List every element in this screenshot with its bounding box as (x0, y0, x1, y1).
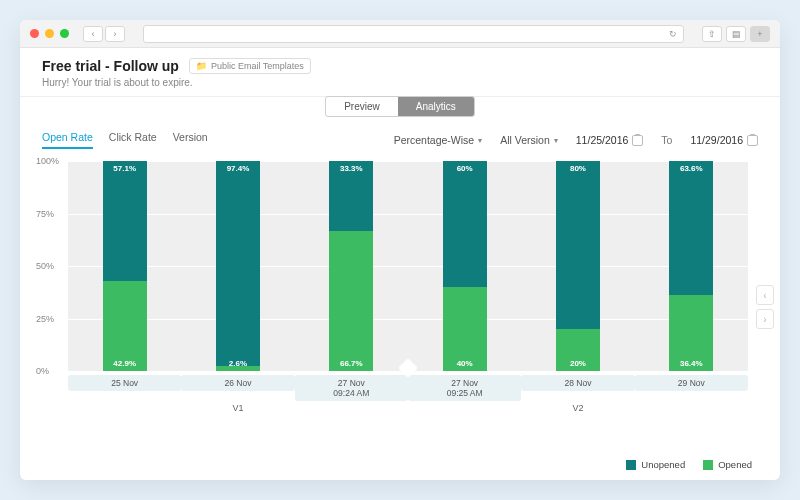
chart-prev-button[interactable]: ‹ (756, 285, 774, 305)
date-from-value: 11/25/2016 (576, 134, 629, 146)
page-title: Free trial - Follow up (42, 58, 179, 74)
forward-button[interactable]: › (105, 26, 125, 42)
x-tick-label: 25 Nov (68, 375, 181, 391)
x-tick-label: 27 Nov 09:25 AM (408, 375, 521, 401)
version-dropdown[interactable]: All Version ▾ (500, 134, 558, 146)
zoom-icon[interactable] (60, 29, 69, 38)
bar-label-bottom: 66.7% (329, 359, 373, 368)
y-tick: 25% (36, 314, 54, 324)
stacked-bar[interactable]: 97.4%2.6% (216, 161, 260, 371)
bar-group: 97.4%2.6% (181, 161, 294, 371)
close-icon[interactable] (30, 29, 39, 38)
chevron-down-icon: ▾ (478, 136, 482, 145)
bar-label-top: 57.1% (103, 164, 147, 173)
folder-chip[interactable]: 📁 Public Email Templates (189, 58, 311, 74)
chart-nav: ‹ › (756, 285, 774, 329)
minimize-icon[interactable] (45, 29, 54, 38)
legend: Unopened Opened (20, 453, 780, 480)
version-label: V2 (408, 403, 748, 413)
x-tick-label: 27 Nov 09:24 AM (295, 375, 408, 401)
date-to-label: To (661, 134, 672, 146)
page-header: Free trial - Follow up 📁 Public Email Te… (20, 48, 780, 97)
chart-area: 57.1%42.9%97.4%2.6%33.3%66.7%60%40%80%20… (20, 153, 780, 453)
page-subtitle: Hurry! Your trial is about to expire. (42, 77, 758, 88)
y-tick: 50% (36, 261, 54, 271)
bar-label-bottom: 2.6% (216, 359, 260, 368)
bar-label-top: 63.6% (669, 164, 713, 173)
controls-row: Open Rate Click Rate Version Percentage-… (20, 117, 780, 153)
view-tabs: Preview Analytics (20, 96, 780, 117)
tab-analytics[interactable]: Analytics (398, 97, 474, 116)
chart-next-button[interactable]: › (756, 309, 774, 329)
bar-label-top: 60% (443, 164, 487, 173)
chevron-down-icon: ▾ (554, 136, 558, 145)
bar-label-top: 97.4% (216, 164, 260, 173)
stacked-bar[interactable]: 63.6%36.4% (669, 161, 713, 371)
calendar-icon (632, 135, 643, 146)
version-row: V1V2 (68, 403, 748, 413)
bar-group: 80%20% (521, 161, 634, 371)
chart-plot: 57.1%42.9%97.4%2.6%33.3%66.7%60%40%80%20… (68, 161, 748, 371)
version-dropdown-label: All Version (500, 134, 550, 146)
stacked-bar[interactable]: 80%20% (556, 161, 600, 371)
date-to-value: 11/29/2016 (690, 134, 743, 146)
legend-swatch-unopened (626, 460, 636, 470)
metric-tabs: Open Rate Click Rate Version (42, 131, 208, 149)
bar-group: 57.1%42.9% (68, 161, 181, 371)
reader-icon: ↻ (669, 29, 677, 39)
folder-icon: 📁 (196, 61, 207, 71)
mode-dropdown-label: Percentage-Wise (394, 134, 475, 146)
nav-buttons: ‹ › (83, 26, 125, 42)
folder-label: Public Email Templates (211, 61, 304, 71)
titlebar-right: ⇧ ▤ + (702, 26, 770, 42)
version-label: V1 (68, 403, 408, 413)
back-button[interactable]: ‹ (83, 26, 103, 42)
x-tick-label: 26 Nov (181, 375, 294, 391)
bar-group: 33.3%66.7% (295, 161, 408, 371)
date-to-input[interactable]: 11/29/2016 (690, 134, 758, 146)
calendar-icon (747, 135, 758, 146)
tabs-icon[interactable]: ▤ (726, 26, 746, 42)
titlebar: ‹ › ↻ ⇧ ▤ + (20, 20, 780, 48)
x-tick-label: 28 Nov (521, 375, 634, 391)
bar-group: 63.6%36.4% (635, 161, 748, 371)
bar-label-bottom: 20% (556, 359, 600, 368)
metric-tab-version[interactable]: Version (173, 131, 208, 149)
share-icon[interactable]: ⇧ (702, 26, 722, 42)
bar-group: 60%40% (408, 161, 521, 371)
legend-label-opened: Opened (718, 459, 752, 470)
legend-unopened: Unopened (626, 459, 685, 470)
stacked-bar[interactable]: 57.1%42.9% (103, 161, 147, 371)
tab-preview[interactable]: Preview (326, 97, 398, 116)
bar-label-bottom: 36.4% (669, 359, 713, 368)
bar-label-top: 80% (556, 164, 600, 173)
legend-swatch-opened (703, 460, 713, 470)
window-controls (30, 29, 69, 38)
bar-label-top: 33.3% (329, 164, 373, 173)
legend-label-unopened: Unopened (641, 459, 685, 470)
url-bar[interactable]: ↻ (143, 25, 684, 43)
metric-tab-click-rate[interactable]: Click Rate (109, 131, 157, 149)
stacked-bar[interactable]: 60%40% (443, 161, 487, 371)
legend-opened: Opened (703, 459, 752, 470)
stacked-bar[interactable]: 33.3%66.7% (329, 161, 373, 371)
y-tick: 0% (36, 366, 49, 376)
metric-tab-open-rate[interactable]: Open Rate (42, 131, 93, 149)
bar-label-bottom: 40% (443, 359, 487, 368)
bar-label-bottom: 42.9% (103, 359, 147, 368)
mode-dropdown[interactable]: Percentage-Wise ▾ (394, 134, 483, 146)
browser-window: ‹ › ↻ ⇧ ▤ + Free trial - Follow up 📁 Pub… (20, 20, 780, 480)
x-tick-label: 29 Nov (635, 375, 748, 391)
y-tick: 75% (36, 209, 54, 219)
new-tab-button[interactable]: + (750, 26, 770, 42)
date-from-input[interactable]: 11/25/2016 (576, 134, 644, 146)
y-tick: 100% (36, 156, 59, 166)
